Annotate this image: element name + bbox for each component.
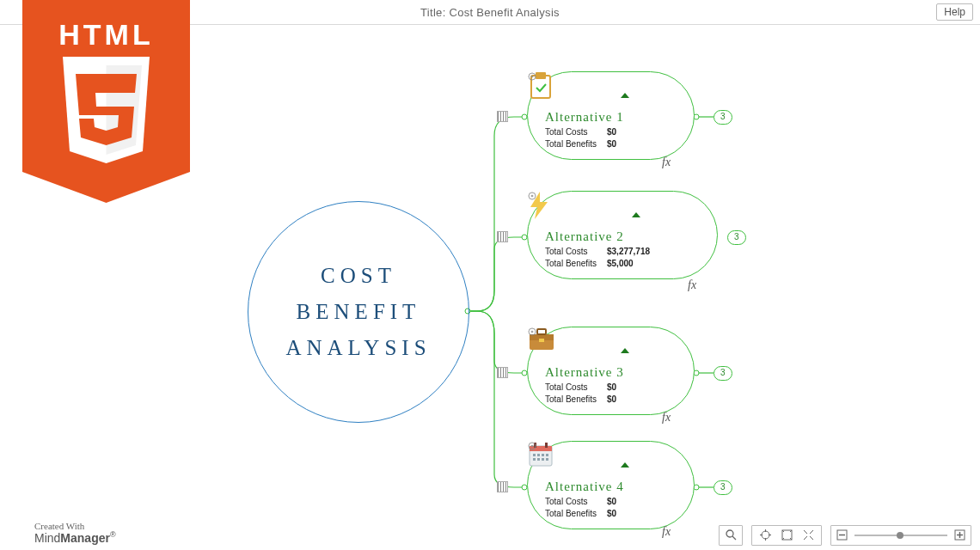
svg-rect-26 — [539, 339, 544, 342]
fit-center-button[interactable] — [760, 529, 771, 541]
help-button[interactable]: Help — [936, 3, 973, 21]
zoom-in-button[interactable] — [954, 529, 965, 541]
node-port-icon[interactable] — [497, 481, 508, 492]
central-topic-text: COST BENEFIT ANALYSIS — [285, 258, 431, 366]
expand-caret-icon[interactable] — [621, 348, 629, 353]
search-button[interactable] — [719, 525, 743, 546]
fit-collapse-button[interactable] — [803, 529, 814, 541]
node-row-benefits: Total Benefits $5,000 — [545, 258, 701, 270]
expand-icon — [781, 529, 793, 541]
child-count-badge[interactable]: 3 — [714, 366, 732, 381]
node-port-icon[interactable] — [497, 231, 508, 242]
svg-point-18 — [531, 76, 534, 78]
node-row-costs: Total Costs $3,277,718 — [545, 246, 701, 258]
node-title: Alternative 1 — [545, 110, 678, 125]
svg-point-49 — [762, 531, 769, 539]
svg-rect-36 — [537, 454, 540, 456]
expand-caret-icon[interactable] — [621, 462, 629, 468]
node-row-costs: Total Costs $0 — [545, 382, 678, 394]
svg-rect-38 — [546, 454, 548, 456]
svg-point-46 — [531, 445, 534, 448]
svg-point-47 — [726, 530, 733, 537]
svg-rect-25 — [537, 329, 546, 334]
node-alternative-3[interactable]: Alternative 3 Total Costs $0 Total Benef… — [527, 327, 695, 415]
target-icon — [760, 529, 771, 541]
child-count-badge[interactable]: 3 — [714, 480, 732, 495]
svg-rect-35 — [533, 454, 536, 456]
node-row-benefits: Total Benefits $0 — [545, 138, 678, 150]
connector-lines — [0, 24, 980, 520]
node-alternative-2[interactable]: Alternative 2 Total Costs $3,277,718 Tot… — [527, 191, 718, 279]
zoom-control — [830, 525, 971, 546]
gear-icon — [528, 442, 536, 450]
node-title: Alternative 4 — [545, 480, 678, 494]
gear-icon — [528, 327, 536, 336]
svg-line-48 — [732, 536, 736, 540]
node-row-costs: Total Costs $0 — [545, 126, 678, 138]
fx-icon[interactable]: fx — [662, 156, 671, 169]
zoom-slider[interactable] — [854, 535, 947, 536]
node-port-icon[interactable] — [497, 111, 508, 122]
search-icon — [726, 529, 737, 541]
mindmap-canvas[interactable]: COST BENEFIT ANALYSIS Alternative 1 Tota… — [0, 24, 980, 520]
gear-icon — [528, 192, 536, 200]
collapse-icon — [803, 529, 814, 541]
svg-rect-37 — [542, 454, 544, 456]
expand-caret-icon[interactable] — [632, 212, 640, 217]
gear-icon — [528, 72, 536, 81]
svg-point-30 — [531, 331, 534, 333]
svg-rect-41 — [542, 458, 544, 461]
child-count-badge[interactable]: 3 — [714, 110, 732, 125]
expand-caret-icon[interactable] — [621, 93, 629, 98]
node-row-costs: Total Costs $0 — [545, 496, 678, 508]
zoom-thumb[interactable] — [897, 532, 903, 539]
svg-rect-42 — [546, 458, 548, 461]
node-title: Alternative 3 — [545, 365, 678, 380]
svg-rect-39 — [533, 458, 536, 461]
child-count-badge[interactable]: 3 — [727, 230, 746, 245]
footer-toolbar — [0, 520, 980, 550]
minus-icon — [836, 529, 848, 541]
node-alternative-1[interactable]: Alternative 1 Total Costs $0 Total Benef… — [527, 71, 695, 160]
fx-icon[interactable]: fx — [662, 411, 671, 425]
document-title: Title: Cost Benefit Analysis — [420, 6, 560, 19]
node-alternative-4[interactable]: Alternative 4 Total Costs $0 Total Benef… — [527, 441, 695, 529]
svg-point-22 — [531, 195, 534, 198]
svg-rect-14 — [536, 72, 546, 79]
fx-icon[interactable]: fx — [688, 278, 696, 292]
fit-controls — [751, 525, 822, 546]
central-topic[interactable]: COST BENEFIT ANALYSIS — [248, 201, 469, 423]
svg-rect-40 — [537, 458, 540, 461]
plus-icon — [954, 529, 965, 541]
node-title: Alternative 2 — [545, 229, 701, 244]
zoom-out-button[interactable] — [836, 529, 848, 541]
fit-map-button[interactable] — [781, 529, 793, 541]
svg-rect-34 — [545, 443, 548, 448]
node-row-benefits: Total Benefits $0 — [545, 394, 678, 406]
node-port-icon[interactable] — [497, 367, 508, 378]
node-row-benefits: Total Benefits $0 — [545, 508, 678, 520]
